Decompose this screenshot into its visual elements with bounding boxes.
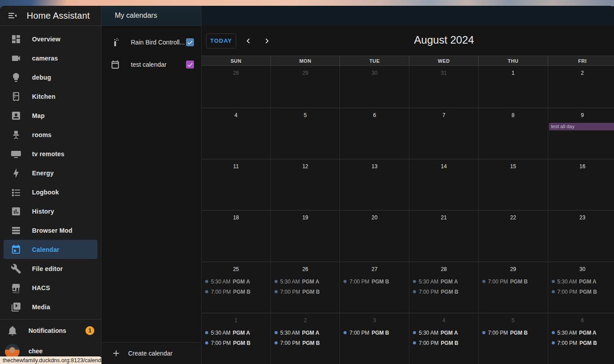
sidebar-item-hacs[interactable]: HACSHACS — [4, 278, 97, 297]
calendar-event[interactable]: 7:00 PMPGM B — [479, 328, 548, 338]
sidebar-item-tv-remotes[interactable]: tv remotes — [4, 144, 97, 163]
weekday-header-mon: MON — [271, 56, 340, 65]
calendar-list-item-1[interactable]: Rain Bird Controll... — [101, 31, 201, 53]
day-number: 18 — [202, 214, 271, 221]
sidebar-item-label: Logbook — [32, 189, 59, 196]
calendar-event[interactable]: 5:30 AMPGM A — [548, 276, 614, 287]
sidebar-item-file-editor[interactable]: File editor — [4, 259, 97, 278]
calendar-event[interactable]: 7:00 PMPGM B — [271, 287, 340, 297]
day-cell-1[interactable]: 15:30 AMPGM A7:00 PMPGM B — [202, 313, 271, 364]
day-cell-23[interactable]: 23 — [548, 210, 614, 262]
day-cell-16[interactable]: 16 — [548, 159, 614, 210]
day-number: 28 — [409, 266, 478, 273]
sidebar-item-cameras[interactable]: cameras — [4, 49, 97, 68]
day-cell-12[interactable]: 12 — [271, 159, 340, 210]
day-cell-13[interactable]: 13 — [340, 159, 409, 210]
sidebar-item-map[interactable]: Map — [4, 106, 97, 125]
day-cell-22[interactable]: 22 — [479, 210, 548, 262]
day-cell-31[interactable]: 31 — [409, 66, 479, 108]
create-calendar-button[interactable]: Create calendar — [101, 342, 201, 364]
calendar-event[interactable]: 7:00 PMPGM B — [548, 287, 614, 297]
sidebar-item-overview[interactable]: Overview — [4, 29, 97, 49]
sidebar-item-logbook[interactable]: Logbook — [4, 182, 97, 202]
event-list: 7:00 PMPGM B — [340, 276, 409, 287]
day-number: 1 — [202, 317, 271, 324]
day-cell-18[interactable]: 18 — [202, 210, 271, 262]
calendar-event[interactable]: 5:30 AMPGM A — [271, 276, 340, 287]
sidebar-item-notifications[interactable]: Notifications 1 — [0, 322, 101, 340]
today-button[interactable]: TODAY — [206, 33, 236, 49]
calendar-event[interactable]: 5:30 AMPGM A — [409, 276, 478, 287]
day-cell-25[interactable]: 255:30 AMPGM A7:00 PMPGM B — [202, 262, 271, 313]
day-number: 11 — [202, 163, 271, 170]
sidebar-item-history[interactable]: History — [4, 202, 97, 221]
calendar-event[interactable]: 7:00 PMPGM B — [340, 276, 409, 287]
calendar-event[interactable]: 7:00 PMPGM B — [202, 338, 271, 348]
day-cell-28[interactable]: 285:30 AMPGM A7:00 PMPGM B — [409, 262, 479, 313]
day-cell-3[interactable]: 37:00 PMPGM B — [340, 313, 409, 364]
calendar-event[interactable]: 7:00 PMPGM B — [271, 338, 340, 348]
sidebar-item-media[interactable]: Media — [4, 297, 97, 316]
calendar-checkbox[interactable] — [186, 38, 194, 46]
day-cell-30[interactable]: 305:30 AMPGM A7:00 PMPGM B — [548, 262, 614, 313]
day-cell-11[interactable]: 11 — [202, 159, 271, 210]
next-month-button[interactable] — [260, 34, 274, 48]
calendar-event[interactable]: 5:30 AMPGM A — [409, 328, 478, 338]
event-title: PGM A — [233, 279, 250, 285]
day-cell-14[interactable]: 14 — [409, 159, 479, 210]
day-cell-30[interactable]: 30 — [340, 66, 409, 108]
day-cell-20[interactable]: 20 — [340, 210, 409, 262]
sidebar-item-debug[interactable]: debug — [4, 68, 97, 87]
calendar-event[interactable]: 7:00 PMPGM B — [202, 287, 271, 297]
calendar-event[interactable]: 5:30 AMPGM A — [271, 328, 340, 338]
day-cell-6[interactable]: 65:30 AMPGM A7:00 PMPGM B — [548, 313, 614, 364]
day-cell-15[interactable]: 15 — [479, 159, 548, 210]
day-cell-4[interactable]: 4 — [202, 108, 271, 159]
calendars-panel-header: My calendars — [101, 6, 201, 26]
calendar-checkbox[interactable] — [186, 61, 194, 69]
day-cell-8[interactable]: 8 — [479, 108, 548, 159]
calendar-event[interactable]: 7:00 PMPGM B — [479, 276, 548, 287]
chair-icon — [11, 129, 21, 140]
calendar-list-item-2[interactable]: test calendar — [101, 53, 201, 76]
calendar-event[interactable]: 7:00 PMPGM B — [409, 287, 478, 297]
day-cell-2[interactable]: 2 — [548, 66, 614, 108]
create-calendar-label: Create calendar — [128, 350, 173, 357]
sidebar-item-browser-mod[interactable]: Browser Mod — [4, 221, 97, 240]
day-cell-21[interactable]: 21 — [409, 210, 479, 262]
event-dot-icon — [275, 331, 278, 334]
day-cell-28[interactable]: 28 — [202, 66, 271, 108]
sidebar-item-energy[interactable]: Energy — [4, 163, 97, 182]
sidebar-item-rooms[interactable]: rooms — [4, 125, 97, 144]
event-title: PGM B — [579, 289, 597, 295]
day-cell-1[interactable]: 1 — [479, 66, 548, 108]
sidebar-item-kitchen[interactable]: Kitchen — [4, 87, 97, 106]
event-time: 5:30 AM — [557, 279, 577, 285]
day-cell-26[interactable]: 265:30 AMPGM A7:00 PMPGM B — [271, 262, 340, 313]
event-dot-icon — [343, 331, 347, 334]
day-cell-29[interactable]: 297:00 PMPGM B — [479, 262, 548, 313]
calendar-event[interactable]: 5:30 AMPGM A — [548, 328, 614, 338]
calendar-event[interactable]: 7:00 PMPGM B — [340, 328, 409, 338]
day-cell-27[interactable]: 277:00 PMPGM B — [340, 262, 409, 313]
sidebar-item-label: HACS — [32, 284, 50, 291]
day-cell-5[interactable]: 57:00 PMPGM B — [479, 313, 548, 364]
menu-open-icon[interactable] — [7, 10, 18, 21]
sidebar-item-calendar[interactable]: Calendar — [4, 240, 97, 259]
day-cell-6[interactable]: 6 — [340, 108, 409, 159]
day-cell-5[interactable]: 5 — [271, 108, 340, 159]
day-cell-29[interactable]: 29 — [271, 66, 340, 108]
day-cell-2[interactable]: 25:30 AMPGM A7:00 PMPGM B — [271, 313, 340, 364]
day-cell-19[interactable]: 19 — [271, 210, 340, 262]
day-number: 25 — [202, 266, 271, 273]
prev-month-button[interactable] — [242, 34, 255, 48]
day-cell-7[interactable]: 7 — [409, 108, 479, 159]
fridge-icon — [11, 91, 21, 102]
calendar-event[interactable]: 5:30 AMPGM A — [202, 276, 271, 287]
calendar-event[interactable]: 7:00 PMPGM B — [548, 338, 614, 348]
all-day-event[interactable]: test all day — [549, 123, 614, 130]
day-cell-4[interactable]: 45:30 AMPGM A7:00 PMPGM B — [409, 313, 479, 364]
day-cell-9[interactable]: 9test all day — [548, 108, 614, 159]
calendar-event[interactable]: 7:00 PMPGM B — [409, 338, 478, 348]
calendar-event[interactable]: 5:30 AMPGM A — [202, 328, 271, 338]
